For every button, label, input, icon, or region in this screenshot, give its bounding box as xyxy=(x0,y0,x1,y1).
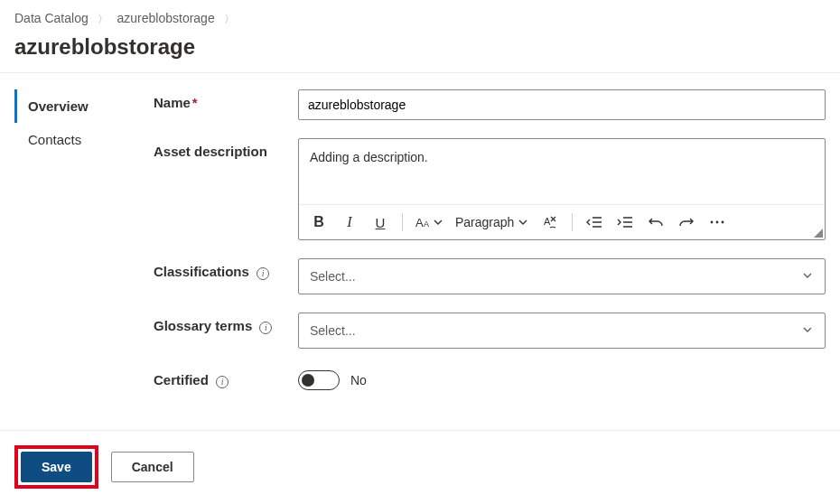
undo-button[interactable] xyxy=(647,212,665,232)
toggle-knob xyxy=(302,374,314,387)
svg-text:A: A xyxy=(424,219,429,229)
toolbar-separator xyxy=(572,213,573,231)
indent-button[interactable] xyxy=(616,212,634,232)
cancel-button[interactable]: Cancel xyxy=(111,452,194,482)
clear-format-button[interactable]: A xyxy=(541,212,559,232)
outdent-button[interactable] xyxy=(585,212,603,232)
breadcrumb-root[interactable]: Data Catalog xyxy=(14,11,89,25)
breadcrumb: Data Catalog 〉 azureblobstorage 〉 xyxy=(0,0,840,34)
info-icon[interactable]: i xyxy=(257,267,269,280)
svg-point-5 xyxy=(722,221,724,224)
certified-value: No xyxy=(350,373,367,387)
chevron-right-icon: 〉 xyxy=(224,13,235,25)
svg-point-3 xyxy=(711,221,714,224)
rich-text-toolbar: B I U AA Paragraph A xyxy=(299,204,825,239)
asset-description-label: Asset description xyxy=(154,138,298,159)
svg-text:A: A xyxy=(544,216,551,227)
bold-button[interactable]: B xyxy=(310,212,328,232)
svg-point-4 xyxy=(716,221,719,224)
resize-handle[interactable] xyxy=(814,229,823,238)
chevron-right-icon: 〉 xyxy=(98,13,108,25)
sidenav-item-overview[interactable]: Overview xyxy=(14,89,132,123)
svg-text:A: A xyxy=(415,216,424,229)
more-button[interactable] xyxy=(708,212,726,232)
highlight-box: Save xyxy=(14,445,98,489)
chevron-down-icon xyxy=(801,323,814,339)
side-nav: Overview Contacts xyxy=(14,89,132,408)
page-title: azureblobstorage xyxy=(0,34,840,72)
redo-button[interactable] xyxy=(677,212,695,232)
italic-button[interactable]: I xyxy=(341,212,359,232)
underline-button[interactable]: U xyxy=(371,212,389,232)
name-input[interactable] xyxy=(298,89,826,120)
save-button[interactable]: Save xyxy=(21,452,92,482)
glossary-label: Glossary terms i xyxy=(154,313,298,334)
glossary-select[interactable]: Select... xyxy=(298,313,826,349)
info-icon[interactable]: i xyxy=(216,376,229,388)
certified-label: Certified i xyxy=(154,367,298,388)
toolbar-separator xyxy=(402,213,403,231)
glossary-placeholder: Select... xyxy=(310,323,356,338)
required-indicator: * xyxy=(192,95,198,110)
classifications-label: Classifications i xyxy=(154,258,298,280)
description-textarea[interactable]: Adding a description. xyxy=(299,139,825,204)
classifications-placeholder: Select... xyxy=(310,269,356,284)
info-icon[interactable]: i xyxy=(259,322,272,334)
chevron-down-icon xyxy=(801,269,814,285)
form: Name* Asset description Adding a descrip… xyxy=(154,89,826,408)
classifications-select[interactable]: Select... xyxy=(298,258,826,294)
paragraph-style-button[interactable]: Paragraph xyxy=(455,212,528,232)
rich-text-editor: Adding a description. B I U AA Paragraph xyxy=(298,138,826,240)
breadcrumb-item[interactable]: azureblobstorage xyxy=(117,11,215,25)
name-label: Name* xyxy=(154,89,298,110)
sidenav-item-contacts[interactable]: Contacts xyxy=(14,123,132,156)
footer: Save Cancel xyxy=(0,430,840,503)
certified-toggle[interactable] xyxy=(298,370,340,390)
font-size-button[interactable]: AA xyxy=(415,212,443,232)
